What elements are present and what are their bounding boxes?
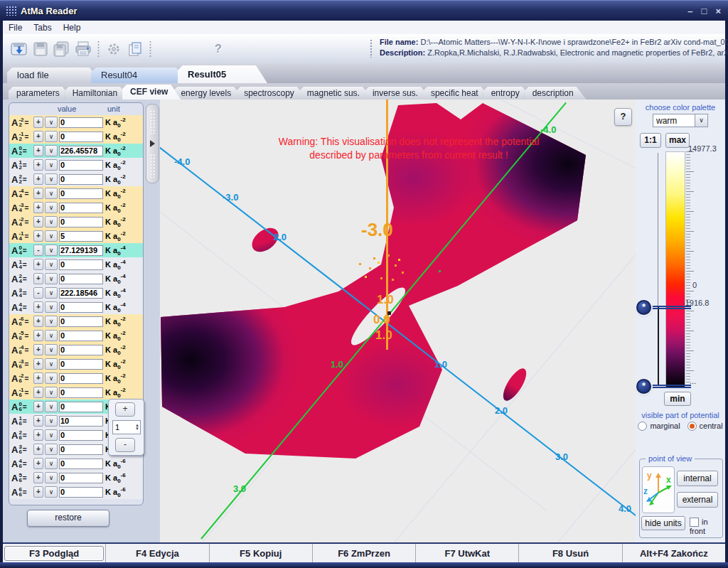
sign-toggle-button[interactable]: + [33, 145, 43, 156]
spinner-value-box[interactable]: 1 ▲▼ [112, 420, 141, 434]
save-icon[interactable] [30, 40, 51, 58]
sign-toggle-button[interactable]: - [33, 287, 43, 299]
value-input[interactable]: 0 [59, 402, 103, 412]
sign-toggle-button[interactable]: + [33, 344, 43, 355]
value-dropdown-button[interactable]: ∨ [45, 216, 58, 227]
view-tab-inverse-sus[interactable]: inverse sus. [365, 87, 431, 100]
value-input[interactable]: 0 [59, 174, 103, 185]
value-dropdown-button[interactable]: ∨ [45, 373, 58, 384]
value-input[interactable]: 5 [59, 231, 103, 242]
spinner-plus-button[interactable]: + [115, 402, 135, 417]
palette-select[interactable]: warm ∨ [653, 114, 708, 127]
view-tab-specific-heat[interactable]: specific heat [423, 87, 491, 100]
restore-button[interactable]: restore [27, 510, 109, 527]
minimize-button[interactable]: – [687, 6, 692, 16]
splitter-collapse-icon[interactable] [150, 140, 155, 147]
panel-splitter[interactable] [146, 104, 159, 183]
in-front-option[interactable]: in front [690, 518, 722, 535]
view-tab-parameters[interactable]: parameters [9, 87, 73, 100]
value-dropdown-button[interactable]: ∨ [45, 330, 58, 341]
spinner-arrows-icon[interactable]: ▲▼ [135, 424, 140, 431]
value-input[interactable]: 0 [59, 345, 103, 355]
chevron-down-icon[interactable]: ∨ [695, 114, 707, 127]
sign-toggle-button[interactable]: + [33, 429, 43, 441]
value-input[interactable]: 0 [59, 217, 103, 227]
fkey-f6-zmprzen[interactable]: F6 ZmPrzen [313, 544, 416, 562]
radio-marginal[interactable]: marginal [638, 422, 680, 431]
upper-range-slider[interactable]: * [636, 300, 651, 315]
document-tab-result05[interactable]: Result05 [178, 65, 267, 83]
value-dropdown-button[interactable]: ∨ [45, 486, 58, 498]
value-dropdown-button[interactable]: ∨ [45, 273, 58, 284]
value-input[interactable]: 0 [59, 430, 103, 441]
value-dropdown-button[interactable]: ∨ [45, 230, 58, 242]
menu-tabs[interactable]: Tabs [28, 21, 57, 34]
sign-toggle-button[interactable]: + [33, 472, 43, 483]
value-dropdown-button[interactable]: ∨ [45, 188, 58, 199]
checkbox-icon[interactable] [690, 518, 699, 527]
value-input[interactable]: 0 [59, 459, 103, 469]
value-dropdown-button[interactable]: ∨ [45, 444, 58, 455]
sign-toggle-button[interactable]: + [33, 387, 43, 398]
copy-pages-icon[interactable] [124, 40, 146, 58]
value-input[interactable]: 0 [59, 188, 103, 199]
value-dropdown-button[interactable]: ∨ [45, 131, 58, 142]
value-input[interactable]: 0 [59, 331, 103, 341]
view-tab-spectroscopy[interactable]: spectroscopy [236, 87, 307, 100]
value-dropdown-button[interactable]: ∨ [45, 117, 58, 128]
sign-toggle-button[interactable]: + [33, 188, 43, 199]
radio-central[interactable]: central [687, 422, 723, 431]
value-input[interactable]: 0 [59, 132, 103, 142]
value-input[interactable]: 27.129139 [59, 245, 103, 256]
view-tab-cef-view[interactable]: CEF view [122, 85, 181, 100]
value-dropdown-button[interactable]: ∨ [45, 259, 58, 270]
sign-toggle-button[interactable]: + [33, 159, 43, 171]
value-dropdown-button[interactable]: ∨ [45, 387, 58, 398]
document-tab-result04[interactable]: Result04 [91, 68, 188, 83]
settings-icon[interactable] [103, 40, 124, 58]
sign-toggle-button[interactable]: + [33, 330, 43, 341]
fkey-alt-f4-zakończ[interactable]: Alt+F4 Zakończ [623, 544, 725, 562]
value-input[interactable]: 0 [59, 487, 103, 498]
max-button[interactable]: max [665, 133, 690, 148]
print-icon[interactable] [73, 40, 94, 58]
sign-toggle-button[interactable]: + [33, 131, 43, 142]
sign-toggle-button[interactable]: + [33, 216, 43, 227]
maximize-button[interactable]: □ [702, 6, 707, 16]
sign-toggle-button[interactable]: - [33, 245, 43, 256]
help-icon[interactable]: ? [215, 43, 222, 55]
radio-icon[interactable] [638, 422, 647, 431]
close-button[interactable]: × [715, 6, 721, 16]
sign-toggle-button[interactable]: + [33, 230, 43, 242]
internal-button[interactable]: internal [677, 471, 718, 486]
value-input[interactable]: 0 [59, 302, 103, 313]
sign-toggle-button[interactable]: + [33, 259, 43, 270]
value-input[interactable]: 0 [59, 359, 103, 370]
value-input[interactable]: 0 [59, 274, 103, 284]
value-input[interactable]: 0 [59, 160, 103, 171]
value-input[interactable]: 0 [59, 473, 103, 483]
value-input[interactable]: 222.18546 [59, 288, 103, 299]
cef-3d-plot[interactable]: -4.0-3.02.01.02.03.04.0-4.01.03.0-3.01.0… [160, 100, 636, 544]
value-dropdown-button[interactable]: ∨ [45, 344, 58, 355]
fkey-f4-edycja[interactable]: F4 Edycja [106, 544, 209, 562]
value-dropdown-button[interactable]: ∨ [45, 301, 58, 313]
sign-toggle-button[interactable]: + [33, 415, 43, 427]
sign-toggle-button[interactable]: + [33, 401, 43, 412]
sign-toggle-button[interactable]: + [33, 273, 43, 284]
value-dropdown-button[interactable]: ∨ [45, 316, 58, 327]
value-dropdown-button[interactable]: ∨ [45, 145, 58, 156]
view-tab-hamiltonian[interactable]: Hamiltonian [65, 87, 130, 100]
view-tab-description[interactable]: description [525, 87, 587, 100]
sign-toggle-button[interactable]: + [33, 444, 43, 455]
value-dropdown-button[interactable]: ∨ [45, 159, 58, 171]
value-input[interactable]: 0 [59, 316, 103, 327]
sign-toggle-button[interactable]: + [33, 458, 43, 469]
sign-toggle-button[interactable]: + [33, 202, 43, 213]
fkey-f7-utwkat[interactable]: F7 UtwKat [416, 544, 519, 562]
menu-help[interactable]: Help [58, 21, 87, 34]
plot-help-button[interactable]: ? [614, 108, 632, 126]
external-button[interactable]: external [677, 492, 718, 508]
fkey-f3-podgląd[interactable]: F3 Podgląd [3, 544, 106, 562]
sign-toggle-button[interactable]: + [33, 117, 43, 128]
